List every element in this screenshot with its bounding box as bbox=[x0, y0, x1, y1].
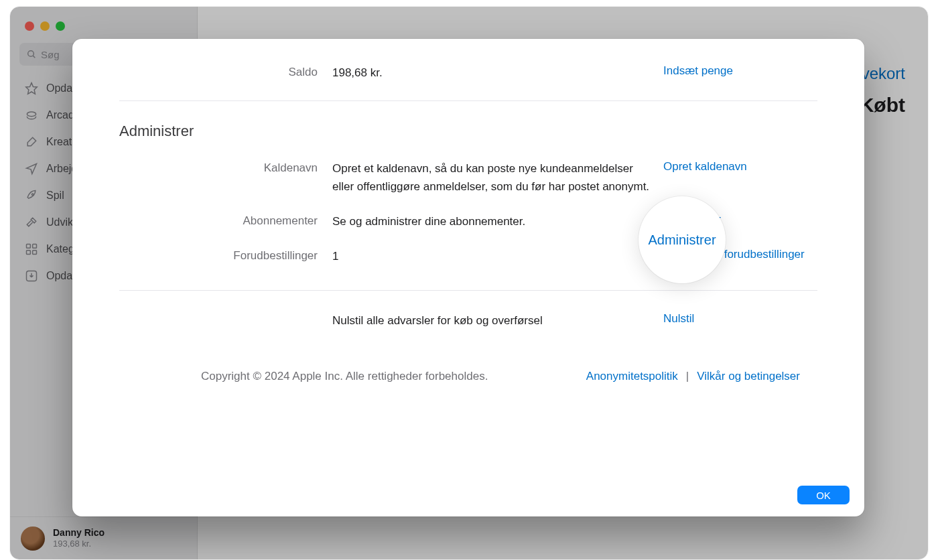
ok-button[interactable]: OK bbox=[797, 486, 850, 504]
reset-warnings-text: Nulstil alle advarsler for køb og overfø… bbox=[332, 312, 663, 330]
divider bbox=[119, 290, 817, 291]
nickname-label: Kaldenavn bbox=[119, 160, 332, 175]
highlight-magnifier: Administrer bbox=[639, 196, 726, 283]
create-nickname-link[interactable]: Opret kaldenavn bbox=[663, 160, 747, 173]
magnified-manage-link[interactable]: Administrer bbox=[648, 232, 716, 248]
section-title-manage: Administrer bbox=[119, 123, 817, 140]
nickname-row: Kaldenavn Opret et kaldenavn, så du kan … bbox=[119, 160, 817, 196]
separator: | bbox=[686, 370, 689, 383]
balance-value: 198,68 kr. bbox=[332, 64, 663, 82]
reset-warnings-link[interactable]: Nulstil bbox=[663, 312, 694, 325]
copyright-text: Copyright © 2024 Apple Inc. Alle rettigh… bbox=[119, 370, 586, 383]
balance-label: Saldo bbox=[119, 64, 332, 79]
add-funds-link[interactable]: Indsæt penge bbox=[663, 64, 733, 77]
subscriptions-description: Se og administrer dine abonnementer. bbox=[332, 213, 663, 230]
subscriptions-label: Abonnementer bbox=[119, 213, 332, 228]
preorders-count: 1 bbox=[332, 248, 663, 265]
legal-footer: Copyright © 2024 Apple Inc. Alle rettigh… bbox=[119, 370, 817, 383]
preorders-label: Forudbestillinger bbox=[119, 248, 332, 263]
balance-row: Saldo 198,68 kr. Indsæt penge bbox=[119, 64, 817, 82]
nickname-description: Opret et kaldenavn, så du kan poste nye … bbox=[332, 160, 663, 196]
privacy-policy-link[interactable]: Anonymitetspolitik bbox=[586, 370, 678, 383]
reset-warnings-row: Nulstil alle advarsler for køb og overfø… bbox=[119, 312, 817, 330]
divider bbox=[119, 100, 817, 101]
account-settings-sheet: Saldo 198,68 kr. Indsæt penge Administre… bbox=[72, 39, 864, 516]
terms-and-conditions-link[interactable]: Vilkår og betingelser bbox=[697, 370, 800, 383]
